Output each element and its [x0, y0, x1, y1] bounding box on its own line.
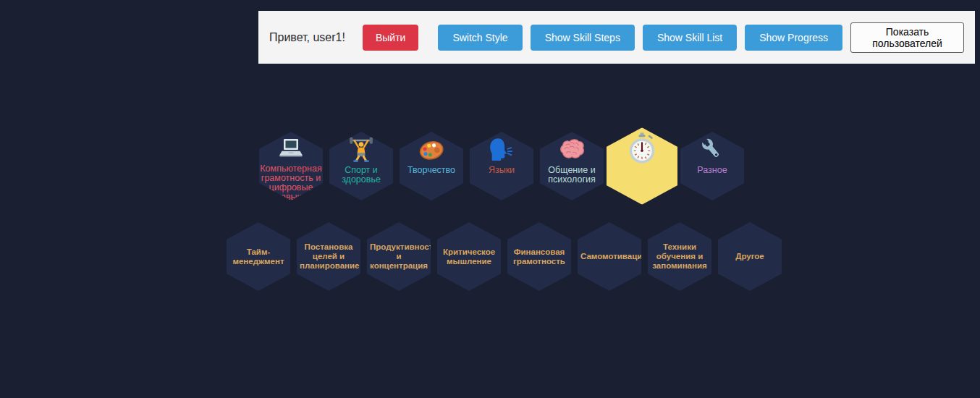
user-greeting: Привет, user1! — [269, 31, 345, 44]
hex-productivity-concentration[interactable]: Продуктивность и концентрация — [367, 222, 431, 291]
show-users-button[interactable]: Показать пользователей — [850, 22, 964, 53]
show-progress-button[interactable]: Show Progress — [745, 25, 842, 51]
hex-label: Другое — [721, 252, 779, 261]
hex-critical-thinking[interactable]: Критическое мышление — [437, 222, 501, 291]
hex-label: Разное — [681, 166, 743, 175]
hex-label: Техники обучения и запоминания — [651, 242, 709, 271]
brain-icon — [557, 135, 586, 166]
hex-label: Спорт и здоровье — [330, 166, 392, 185]
hex-label: Критическое мышление — [440, 247, 498, 266]
hex-misc[interactable]: Разное — [680, 132, 744, 200]
hex-financial-literacy[interactable]: Финансовая грамотность — [507, 222, 571, 291]
hex-learning-memorization-techniques[interactable]: Техники обучения и запоминания — [648, 222, 711, 291]
logout-button[interactable]: Выйти — [363, 25, 418, 51]
hex-goal-setting-planning[interactable]: Постановка целей и планирование — [297, 222, 360, 291]
hex-label: Тайм-менеджмент — [229, 247, 287, 266]
palette-icon — [417, 135, 446, 166]
hex-label: Продуктивность и концентрация — [370, 242, 428, 271]
hex-creativity[interactable]: Творчество — [400, 132, 463, 200]
speaking-head-icon — [487, 135, 516, 166]
hex-highlighted-stopwatch[interactable] — [607, 127, 678, 204]
hex-label: Языки — [470, 166, 533, 175]
show-skill-list-button[interactable]: Show Skill List — [643, 25, 737, 51]
skill-category-row-2: Тайм-менеджмент Постановка целей и плани… — [227, 222, 782, 291]
header-bar: Привет, user1! Выйти Switch Style Show S… — [258, 11, 975, 64]
hex-communication-psychology[interactable]: Общение и психология — [540, 132, 604, 200]
switch-style-button[interactable]: Switch Style — [438, 25, 522, 51]
hex-computer-literacy[interactable]: Компьютерная грамотность и цифровые навы… — [259, 132, 323, 200]
hex-label: Творчество — [400, 166, 462, 175]
laptop-icon — [276, 135, 305, 164]
hex-label: Постановка целей и планирование — [300, 242, 358, 271]
hex-label: Финансовая грамотность — [510, 247, 568, 266]
wrench-icon — [698, 135, 727, 166]
weightlifter-icon — [347, 135, 376, 166]
hex-label: Самомотивация — [580, 252, 638, 261]
hex-languages[interactable]: Языки — [470, 132, 533, 200]
hex-other[interactable]: Другое — [718, 222, 782, 291]
skill-category-row-1: Компьютерная грамотность и цифровые навы… — [259, 132, 744, 200]
stopwatch-icon — [625, 132, 659, 166]
hex-self-motivation[interactable]: Самомотивация — [578, 222, 641, 291]
hex-sport-health[interactable]: Спорт и здоровье — [329, 132, 393, 200]
show-skill-steps-button[interactable]: Show Skill Steps — [531, 25, 635, 51]
hex-label: Общение и психология — [541, 166, 603, 185]
hex-time-management[interactable]: Тайм-менеджмент — [227, 222, 290, 291]
app-page: Привет, user1! Выйти Switch Style Show S… — [0, 0, 980, 398]
hex-label: Компьютерная грамотность и цифровые навы… — [260, 164, 322, 202]
